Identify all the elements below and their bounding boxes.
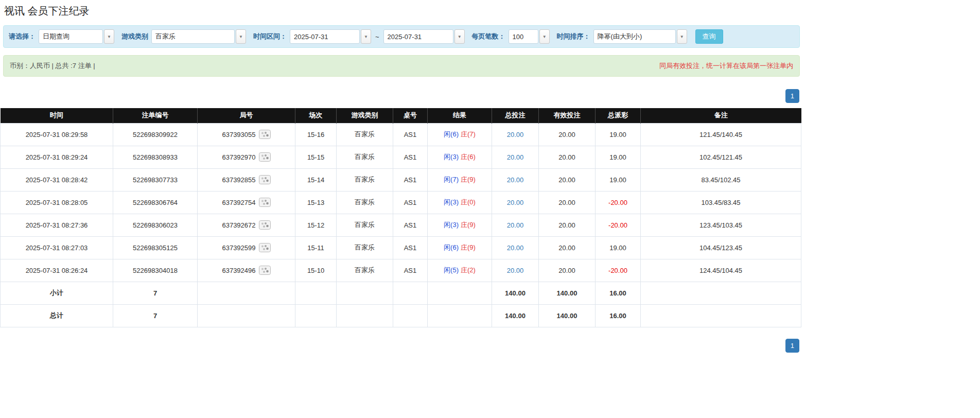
total-bet-link[interactable]: 20.00 [507, 267, 524, 274]
cell-valid-bet: 20.00 [539, 123, 596, 146]
game-type: 百家乐 [355, 153, 375, 161]
cell-bet-id: 522698307733 [113, 168, 198, 191]
range-separator: ~ [375, 33, 379, 41]
game-type-select[interactable] [151, 29, 235, 44]
cell-total-bet: 20.00 [492, 168, 539, 191]
game-type-combo: ▼ [151, 29, 246, 44]
table-body: 2025-07-31 08:29:58 522698309922 6373930… [1, 123, 801, 282]
column-header: 场次 [295, 108, 337, 123]
game-type: 百家乐 [355, 198, 375, 206]
cell-result: 闲(7)庄(9) [428, 168, 492, 191]
sort-order-label: 时间排序： [557, 32, 590, 41]
search-button[interactable]: 查询 [695, 29, 723, 44]
date-query-combo: ▼ [39, 29, 114, 44]
cell-remark: 104.45/123.45 [641, 236, 801, 259]
round-detail-icon[interactable] [259, 198, 271, 207]
page-size-combo: ▼ [509, 29, 550, 44]
round-detail-icon[interactable] [259, 243, 271, 252]
payout: -20.00 [608, 221, 627, 229]
player-result: 闲(3) [444, 221, 459, 229]
chevron-down-icon[interactable]: ▼ [236, 29, 246, 44]
round-detail-icon[interactable] [259, 130, 271, 139]
cell-game-type: 百家乐 [337, 259, 393, 282]
cell-session: 15-15 [295, 146, 337, 168]
round-detail-icon[interactable] [259, 266, 271, 275]
cell-remark: 124.45/104.45 [641, 259, 801, 282]
payout: 19.00 [609, 153, 626, 161]
remark: 102.45/121.45 [699, 153, 742, 161]
chevron-down-icon[interactable]: ▼ [104, 29, 114, 44]
sort-order-select[interactable] [593, 29, 676, 44]
cell-round: 637392754 [198, 191, 295, 214]
round-detail-icon[interactable] [259, 220, 271, 230]
total-bet-link[interactable]: 20.00 [507, 176, 524, 184]
chevron-down-icon[interactable]: ▼ [677, 29, 687, 44]
page-size-select[interactable] [509, 29, 538, 44]
cell-round: 637392599 [198, 236, 295, 259]
cell-game-type: 百家乐 [337, 236, 393, 259]
cell-valid-bet: 20.00 [539, 214, 596, 236]
date-from-input[interactable] [290, 29, 360, 44]
payout: 19.00 [609, 131, 626, 138]
valid-bet: 20.00 [558, 221, 575, 229]
chevron-down-icon[interactable]: ▼ [361, 29, 371, 44]
page-size-label: 每页笔数： [472, 32, 505, 41]
page-button-1[interactable]: 1 [785, 89, 799, 103]
date-to-combo: ▼ [383, 29, 465, 44]
game-type: 百家乐 [355, 266, 375, 274]
cell-bet-id: 522698306764 [113, 191, 198, 214]
cell-table-no: AS1 [393, 168, 428, 191]
total-bet-link[interactable]: 20.00 [507, 199, 524, 206]
valid-bet: 20.00 [558, 176, 575, 184]
total-valid-bet: 140.00 [539, 304, 596, 327]
cell-valid-bet: 20.00 [539, 236, 596, 259]
cell-payout: 19.00 [596, 123, 641, 146]
cell-valid-bet: 20.00 [539, 168, 596, 191]
same-round-notice: 同局有效投注，统一计算在该局第一张注单内 [659, 61, 793, 71]
table-no: AS1 [404, 153, 417, 161]
date-to-input[interactable] [383, 29, 453, 44]
cell-result: 闲(3)庄(0) [428, 191, 492, 214]
player-result: 闲(6) [444, 243, 459, 251]
chevron-down-icon[interactable]: ▼ [539, 29, 550, 44]
cell-game-type: 百家乐 [337, 191, 393, 214]
total-bet-link[interactable]: 20.00 [507, 221, 524, 229]
bet-time: 2025-07-31 08:27:36 [26, 221, 88, 229]
round-detail-icon[interactable] [259, 175, 271, 184]
pagination-bottom: 1 [0, 339, 801, 353]
subtotal-row: 小计 7 140.00 140.00 16.00 [1, 282, 801, 304]
total-bet-link[interactable]: 20.00 [507, 153, 524, 161]
page-button-1[interactable]: 1 [785, 339, 799, 353]
player-result: 闲(3) [444, 153, 459, 161]
cell-table-no: AS1 [393, 214, 428, 236]
cell-time: 2025-07-31 08:28:05 [1, 191, 113, 214]
cell-bet-id: 522698304018 [113, 259, 198, 282]
session: 15-12 [307, 221, 324, 229]
total-bet-link[interactable]: 20.00 [507, 131, 524, 138]
cell-remark: 103.45/83.45 [641, 191, 801, 214]
cell-bet-id: 522698305125 [113, 236, 198, 259]
cell-round: 637392855 [198, 168, 295, 191]
date-query-select[interactable] [39, 29, 103, 44]
cell-result: 闲(3)庄(6) [428, 146, 492, 168]
cell-game-type: 百家乐 [337, 146, 393, 168]
cell-valid-bet: 20.00 [539, 191, 596, 214]
cell-game-type: 百家乐 [337, 214, 393, 236]
column-header: 总投注 [492, 108, 539, 123]
bet-id: 522698306023 [133, 221, 178, 229]
cell-game-type: 百家乐 [337, 168, 393, 191]
column-header: 总派彩 [596, 108, 641, 123]
cell-table-no: AS1 [393, 259, 428, 282]
cell-payout: -20.00 [596, 259, 641, 282]
chevron-down-icon[interactable]: ▼ [454, 29, 465, 44]
cell-payout: 19.00 [596, 236, 641, 259]
column-header: 结果 [428, 108, 492, 123]
table-row: 2025-07-31 08:29:58 522698309922 6373930… [1, 123, 801, 146]
table-no: AS1 [404, 221, 417, 229]
select-mode-label: 请选择： [9, 32, 36, 41]
cell-time: 2025-07-31 08:29:58 [1, 123, 113, 146]
round-detail-icon[interactable] [259, 152, 271, 162]
total-bet-link[interactable]: 20.00 [507, 244, 524, 252]
cell-valid-bet: 20.00 [539, 146, 596, 168]
bet-id: 522698305125 [133, 244, 178, 252]
